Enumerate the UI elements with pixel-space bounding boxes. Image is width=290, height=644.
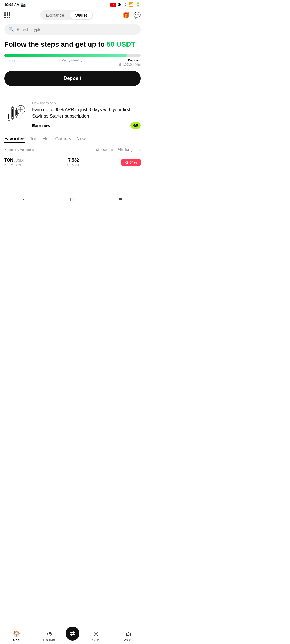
table-header: Name ⇅ / Volume ⇅ Last price ⇅ 24h chang… xyxy=(4,147,141,154)
deposit-timer: 🗓 10D:0h:44m xyxy=(4,63,141,67)
banner-footer: Earn now 4/5 xyxy=(32,122,141,129)
promo-title: Follow the steps and get up to 50 USDT xyxy=(4,40,141,49)
promo-section: Follow the steps and get up to 50 USDT S… xyxy=(0,38,145,92)
search-input[interactable] xyxy=(17,27,136,32)
coin-info: TON /USDT 5.18M TON xyxy=(4,158,25,167)
camera-icon: 📷 xyxy=(21,3,26,7)
status-bar: 10:08 AM 📷 ✱ ☽ 📶 🔋 xyxy=(0,0,145,8)
tab-wallet[interactable]: Wallet xyxy=(70,11,93,19)
col-last-price: Last price xyxy=(93,148,107,152)
svg-rect-5 xyxy=(12,109,13,117)
home-button[interactable]: □ xyxy=(70,197,73,202)
header-tabs: Exchange Wallet xyxy=(40,10,93,20)
progress-section: Sign up Verify identity Deposit 🗓 10D:0h… xyxy=(4,54,141,67)
system-bar: ‹ □ ≡ xyxy=(0,195,145,205)
tab-exchange[interactable]: Exchange xyxy=(41,11,70,19)
market-section: Favorites Top Hot Gainers New Name ⇅ / V… xyxy=(0,132,145,171)
tab-favorites[interactable]: Favorites xyxy=(4,136,25,143)
banner-content: New users only Earn up to 30% APR in jus… xyxy=(32,101,141,129)
tab-gainers[interactable]: Gainers xyxy=(55,136,71,143)
th-name-volume: Name ⇅ / Volume ⇅ xyxy=(4,148,34,152)
header-actions: 🎁 💬 xyxy=(122,12,141,19)
coin-name: TON /USDT xyxy=(4,158,25,163)
progress-bar-fill xyxy=(4,54,127,57)
progress-bar-bg xyxy=(4,54,141,57)
earn-now-link[interactable]: Earn now xyxy=(32,123,50,128)
promo-title-prefix: Follow the steps and get up to xyxy=(4,40,107,48)
message-icon[interactable]: 💬 xyxy=(133,12,141,19)
sort-name[interactable]: ⇅ xyxy=(14,148,16,151)
sort-change[interactable]: ⇅ xyxy=(139,148,141,151)
gift-icon[interactable]: 🎁 xyxy=(122,12,130,19)
battery-icon: 🔋 xyxy=(135,2,141,7)
moon-icon: ☽ xyxy=(123,2,127,7)
price-usd: $7.5233 xyxy=(67,163,79,167)
sort-price[interactable]: ⇅ xyxy=(111,148,113,151)
coin-volume: 5.18M TON xyxy=(4,163,25,167)
timer-icon: 🗓 xyxy=(119,63,122,67)
tab-hot[interactable]: Hot xyxy=(43,136,50,143)
tab-new[interactable]: New xyxy=(77,136,86,143)
promo-title-highlight: 50 USDT xyxy=(107,40,135,48)
pagination-badge: 4/5 xyxy=(130,122,141,129)
table-row[interactable]: TON /USDT 5.18M TON 7.532 $7.5233 -2.64% xyxy=(4,154,141,171)
search-box: 🔍 xyxy=(4,24,141,35)
sort-volume[interactable]: ⇅ xyxy=(32,148,34,151)
grid-menu-icon[interactable] xyxy=(4,12,11,18)
price-main: 7.532 xyxy=(68,158,79,163)
search-icon: 🔍 xyxy=(9,27,14,32)
wifi-icon: 📶 xyxy=(128,2,134,7)
step-deposit: Deposit xyxy=(128,58,141,62)
col-volume: / Volume xyxy=(18,148,31,152)
banner-section: + New users only Earn up to 30% APR in j… xyxy=(0,97,145,133)
status-time: 10:08 AM xyxy=(4,3,20,7)
header: Exchange Wallet 🎁 💬 xyxy=(0,8,145,23)
bluetooth-icon: ✱ xyxy=(118,2,121,7)
market-tabs: Favorites Top Hot Gainers New xyxy=(4,136,141,143)
change-badge: -2.64% xyxy=(121,159,141,166)
banner-text: Earn up to 30% APR in just 3 days with y… xyxy=(32,107,141,119)
progress-labels: Sign up Verify identity Deposit xyxy=(4,58,141,62)
record-icon xyxy=(110,3,116,7)
timer-value: 10D:0h:44m xyxy=(123,63,141,67)
th-price-change: Last price ⇅ 24h change ⇅ xyxy=(93,148,141,152)
coin-pair: /USDT xyxy=(14,158,25,162)
menu-button[interactable]: ≡ xyxy=(119,197,122,202)
banner-chart-image: + xyxy=(4,101,28,125)
back-button[interactable]: ‹ xyxy=(23,197,24,202)
divider xyxy=(0,94,145,94)
status-icons: ✱ ☽ 📶 🔋 xyxy=(110,2,141,7)
coin-ticker: TON xyxy=(4,158,13,163)
banner-tag: New users only xyxy=(32,101,141,105)
col-name: Name xyxy=(4,148,13,152)
col-24h-change: 24h change xyxy=(117,148,134,152)
step-verify: Verify identity xyxy=(62,58,82,62)
svg-rect-1 xyxy=(8,114,9,119)
tab-top[interactable]: Top xyxy=(30,136,37,143)
price-info: 7.532 $7.5233 xyxy=(67,158,79,167)
deposit-button[interactable]: Deposit xyxy=(4,71,141,86)
svg-text:+: + xyxy=(20,106,21,109)
search-container: 🔍 xyxy=(0,23,145,38)
step-signup: Sign up xyxy=(4,58,16,62)
header-left xyxy=(4,12,11,18)
